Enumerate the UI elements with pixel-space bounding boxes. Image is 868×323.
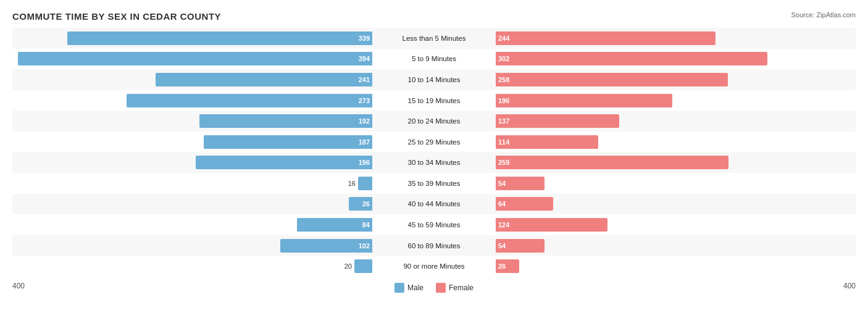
female-bar: 124 bbox=[496, 218, 607, 232]
female-value-inside: 114 bbox=[496, 138, 509, 146]
axis-left: 400 bbox=[12, 282, 25, 290]
table-row: 339 Less than 5 Minutes 244 bbox=[12, 28, 856, 49]
chart-title: COMMUTE TIME BY SEX IN CEDAR COUNTY bbox=[12, 11, 856, 22]
row-label: 45 to 59 Minutes bbox=[372, 221, 496, 229]
right-half: 26 bbox=[496, 256, 856, 277]
female-value-inside: 124 bbox=[496, 221, 509, 229]
male-bar: 241 bbox=[156, 73, 372, 86]
pink-bar-wrap: 124 bbox=[496, 217, 856, 233]
blue-bar-wrap: 196 bbox=[12, 154, 372, 170]
female-value-inside: 64 bbox=[496, 200, 506, 208]
male-value-inside: 102 bbox=[359, 242, 372, 250]
legend-female: Female bbox=[436, 283, 474, 293]
row-label: 15 to 19 Minutes bbox=[372, 97, 496, 104]
table-row: 20 90 or more Minutes 26 bbox=[12, 256, 856, 277]
blue-bar-wrap: 102 bbox=[12, 238, 372, 254]
male-legend-label: Male bbox=[407, 283, 424, 292]
female-bar: 26 bbox=[496, 259, 519, 273]
female-value-inside: 137 bbox=[496, 117, 509, 125]
table-row: 241 10 to 14 Minutes 258 bbox=[12, 69, 856, 90]
pink-bar-wrap: 54 bbox=[496, 238, 856, 254]
left-half: 187 bbox=[12, 132, 372, 153]
chart-container: COMMUTE TIME BY SEX IN CEDAR COUNTY Sour… bbox=[0, 0, 868, 323]
male-bar: 394 bbox=[18, 52, 372, 65]
female-value-inside: 244 bbox=[496, 35, 509, 42]
female-bar: 196 bbox=[496, 94, 672, 107]
pink-bar-wrap: 114 bbox=[496, 134, 856, 150]
left-half: 26 bbox=[12, 194, 372, 215]
row-label: 90 or more Minutes bbox=[372, 262, 496, 270]
blue-bar-wrap: 187 bbox=[12, 134, 372, 150]
left-half: 84 bbox=[12, 214, 372, 235]
row-label: 5 to 9 Minutes bbox=[372, 55, 496, 62]
female-bar: 114 bbox=[496, 135, 598, 149]
blue-bar-wrap: 16 bbox=[12, 175, 372, 191]
female-legend-label: Female bbox=[449, 283, 474, 292]
table-row: 102 60 to 89 Minutes 54 bbox=[12, 235, 856, 256]
male-bar: 196 bbox=[196, 156, 372, 169]
female-value-inside: 259 bbox=[496, 159, 509, 166]
right-half: 54 bbox=[496, 235, 856, 256]
male-bar: 192 bbox=[199, 114, 372, 128]
axis-right: 400 bbox=[843, 282, 856, 290]
blue-bar-wrap: 26 bbox=[12, 196, 372, 212]
male-value-inside: 241 bbox=[359, 76, 372, 83]
legend-male: Male bbox=[394, 283, 424, 293]
table-row: 187 25 to 29 Minutes 114 bbox=[12, 132, 856, 153]
male-value-outside: 20 bbox=[344, 262, 352, 270]
pink-bar-wrap: 244 bbox=[496, 30, 856, 46]
male-legend-box bbox=[394, 283, 404, 293]
female-bar: 259 bbox=[496, 156, 728, 169]
female-bar: 258 bbox=[496, 73, 728, 86]
male-value-inside: 84 bbox=[362, 221, 372, 229]
male-bar: 339 bbox=[67, 31, 372, 45]
female-value-inside: 258 bbox=[496, 76, 509, 83]
blue-bar-wrap: 241 bbox=[12, 72, 372, 88]
blue-bar-wrap: 339 bbox=[12, 30, 372, 46]
male-value-outside: 16 bbox=[348, 180, 356, 187]
right-half: 259 bbox=[496, 152, 856, 173]
bars-wrapper: 339 Less than 5 Minutes 244 394 5 to 9 M… bbox=[12, 28, 856, 277]
row-label: 40 to 44 Minutes bbox=[372, 200, 496, 208]
pink-bar-wrap: 64 bbox=[496, 196, 856, 212]
table-row: 273 15 to 19 Minutes 196 bbox=[12, 90, 856, 111]
female-value-inside: 26 bbox=[496, 262, 506, 270]
bottom-row: 400 Male Female 400 bbox=[12, 277, 856, 293]
left-half: 20 bbox=[12, 256, 372, 277]
female-bar: 54 bbox=[496, 239, 545, 253]
female-bar: 244 bbox=[496, 31, 716, 45]
blue-bar-wrap: 84 bbox=[12, 217, 372, 233]
pink-bar-wrap: 302 bbox=[496, 51, 856, 67]
table-row: 196 30 to 34 Minutes 259 bbox=[12, 152, 856, 173]
female-value-inside: 54 bbox=[496, 242, 506, 250]
table-row: 192 20 to 24 Minutes 137 bbox=[12, 111, 856, 132]
male-value-inside: 26 bbox=[362, 200, 372, 208]
female-legend-box bbox=[436, 283, 446, 293]
left-half: 192 bbox=[12, 111, 372, 132]
male-value-inside: 273 bbox=[359, 97, 372, 104]
left-half: 102 bbox=[12, 235, 372, 256]
pink-bar-wrap: 258 bbox=[496, 72, 856, 88]
male-value-inside: 196 bbox=[359, 159, 372, 166]
chart-body: 339 Less than 5 Minutes 244 394 5 to 9 M… bbox=[12, 28, 856, 293]
male-bar: 187 bbox=[204, 135, 372, 149]
female-bar: 137 bbox=[496, 114, 619, 128]
female-value-inside: 54 bbox=[496, 180, 506, 187]
left-half: 339 bbox=[12, 28, 372, 49]
male-bar: 26 bbox=[349, 197, 372, 211]
blue-bar-wrap: 273 bbox=[12, 93, 372, 109]
left-half: 16 bbox=[12, 173, 372, 194]
pink-bar-wrap: 26 bbox=[496, 258, 856, 274]
blue-bar-wrap: 394 bbox=[12, 51, 372, 67]
blue-bar-wrap: 20 bbox=[12, 258, 372, 274]
table-row: 26 40 to 44 Minutes 64 bbox=[12, 194, 856, 215]
pink-bar-wrap: 196 bbox=[496, 93, 856, 109]
right-half: 258 bbox=[496, 69, 856, 90]
source-label: Source: ZipAtlas.com bbox=[791, 11, 856, 19]
right-half: 124 bbox=[496, 214, 856, 235]
male-bar: 273 bbox=[127, 94, 372, 107]
pink-bar-wrap: 54 bbox=[496, 175, 856, 191]
blue-bar-wrap: 192 bbox=[12, 113, 372, 129]
male-value-inside: 394 bbox=[359, 55, 372, 62]
table-row: 84 45 to 59 Minutes 124 bbox=[12, 214, 856, 235]
